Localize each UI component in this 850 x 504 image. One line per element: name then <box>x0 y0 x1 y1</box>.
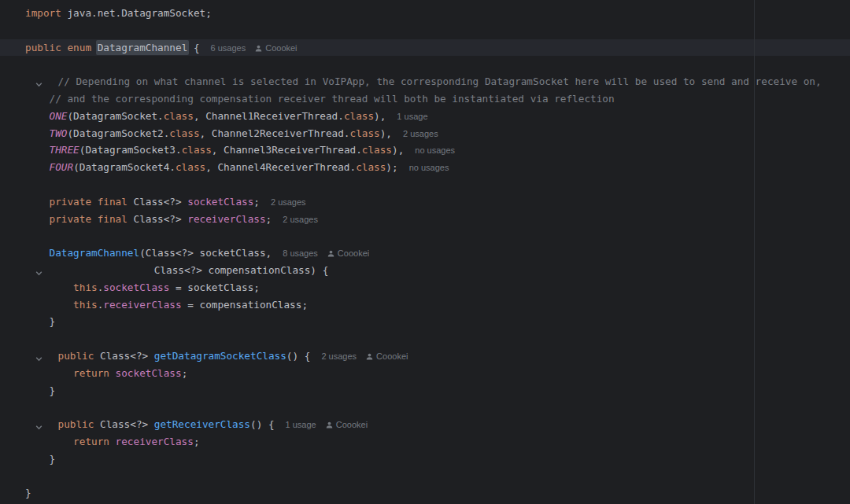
author-icon <box>255 43 265 53</box>
code-token: } <box>25 384 55 396</box>
author-icon <box>327 248 338 258</box>
code-line[interactable]: import java.net.DatagramSocket; <box>0 5 850 22</box>
code-token: , Channel2ReceiverThread. <box>200 127 350 139</box>
usages-inlay-hint[interactable]: 1 usage <box>286 420 316 429</box>
code-token <box>25 144 50 156</box>
code-line[interactable]: FOUR(DatagramSocket4.class, Channel4Rece… <box>0 159 850 176</box>
usages-inlay-hint[interactable]: no usages <box>415 145 455 155</box>
code-line[interactable] <box>0 22 850 39</box>
code-token: getDatagramSocketClass <box>154 350 286 362</box>
code-token: ; <box>266 213 272 225</box>
code-token <box>25 367 73 379</box>
code-token: // and the corresponding compensation re… <box>25 93 615 105</box>
code-line[interactable]: public enum DatagramChannel {6 usagesCoo… <box>0 39 850 57</box>
code-token: class <box>164 110 194 122</box>
code-line[interactable] <box>0 330 850 348</box>
code-line[interactable]: } <box>0 451 850 468</box>
code-line[interactable] <box>0 468 850 485</box>
author-icon <box>326 420 336 429</box>
code-token: ; <box>194 436 200 447</box>
author-inlay-hint[interactable]: Coookei <box>326 420 368 429</box>
code-line[interactable]: this.receiverClass = compensationClass; <box>0 296 850 314</box>
usages-inlay-hint[interactable]: 8 usages <box>283 248 318 258</box>
code-line[interactable]: public Class<?> getReceiverClass() {1 us… <box>0 416 850 433</box>
code-token: socketClass <box>116 367 182 379</box>
code-token: (DatagramSocket3. <box>79 144 182 156</box>
code-token: private <box>50 213 91 225</box>
code-token: (DatagramSocket4. <box>73 161 176 173</box>
usages-inlay-hint[interactable]: 2 usages <box>283 215 318 224</box>
code-token <box>34 418 58 430</box>
code-token: ), <box>380 127 392 139</box>
code-token <box>25 127 50 139</box>
code-token: class <box>344 110 374 122</box>
code-token: ); <box>386 161 397 173</box>
code-line[interactable]: ONE(DatagramSocket.class, Channel1Receiv… <box>0 108 850 125</box>
code-line[interactable]: return receiverClass; <box>0 433 850 451</box>
code-token: { <box>187 42 199 53</box>
code-lines: import java.net.DatagramSocket;public en… <box>0 0 850 502</box>
code-token: } <box>25 453 55 465</box>
code-token: ; <box>253 196 260 208</box>
code-token: class <box>362 144 392 156</box>
code-token: Class<?> <box>94 418 153 430</box>
code-token <box>91 213 98 225</box>
code-token: public <box>58 350 94 362</box>
code-token <box>25 161 50 173</box>
code-line[interactable]: THREE(DatagramSocket3.class, Channel3Rec… <box>0 142 850 159</box>
code-line[interactable] <box>0 176 850 193</box>
usages-inlay-hint[interactable]: 2 usages <box>321 351 357 361</box>
code-line[interactable]: private final Class<?> receiverClass;2 u… <box>0 211 850 228</box>
code-line[interactable]: return socketClass; <box>0 365 850 382</box>
code-token: TWO <box>50 127 68 139</box>
author-inlay-hint[interactable]: Coookei <box>327 248 369 258</box>
code-token <box>25 196 50 208</box>
code-token: Class<?> <box>128 213 187 225</box>
code-token <box>25 247 50 259</box>
code-token <box>109 367 116 379</box>
code-line[interactable]: private final Class<?> socketClass;2 usa… <box>0 193 850 211</box>
code-token: } <box>25 487 31 498</box>
code-line[interactable]: } <box>0 382 850 399</box>
code-line[interactable]: // Depending on what channel is selected… <box>0 73 850 90</box>
code-token: , Channel3ReceiverThread. <box>212 144 362 156</box>
code-line[interactable]: DatagramChannel(Class<?> socketClass,8 u… <box>0 245 850 262</box>
code-line[interactable]: public Class<?> getDatagramSocketClass()… <box>0 348 850 365</box>
code-line[interactable]: this.socketClass = socketClass; <box>0 279 850 296</box>
code-line[interactable]: TWO(DatagramSocket2.class, Channel2Recei… <box>0 125 850 142</box>
usages-inlay-hint[interactable]: 1 usage <box>397 112 427 121</box>
code-token: (Class<?> socketClass, <box>139 247 272 259</box>
code-token: ONE <box>50 110 68 122</box>
code-token: import <box>25 7 61 19</box>
usages-inlay-hint[interactable]: 2 usages <box>403 129 438 138</box>
code-line[interactable]: } <box>0 313 850 330</box>
code-token: this <box>73 281 98 293</box>
code-line[interactable]: } <box>0 484 850 502</box>
author-inlay-hint[interactable]: Coookei <box>366 351 408 361</box>
author-inlay-hint[interactable]: Coookei <box>255 43 297 53</box>
code-token: class <box>356 161 386 173</box>
code-line[interactable] <box>0 56 850 73</box>
usages-inlay-hint[interactable]: 6 usages <box>211 43 246 53</box>
usages-inlay-hint[interactable]: no usages <box>409 163 449 172</box>
code-token: java.net.DatagramSocket; <box>61 7 212 19</box>
code-line[interactable] <box>0 399 850 416</box>
code-token: (DatagramSocket2. <box>67 127 169 139</box>
code-token: public <box>58 418 94 430</box>
code-token: , Channel4ReceiverThread. <box>205 161 356 173</box>
code-token: class <box>176 161 205 173</box>
code-token <box>91 196 98 208</box>
code-token: this <box>73 299 98 311</box>
code-editor[interactable]: import java.net.DatagramSocket;public en… <box>0 0 850 504</box>
code-token: return <box>73 367 109 379</box>
code-line[interactable]: Class<?> compensationClass) { <box>0 262 850 279</box>
code-token: () { <box>250 418 275 430</box>
code-token: receiverClass <box>116 436 194 447</box>
code-line[interactable] <box>0 227 850 245</box>
code-token: ; <box>182 367 188 379</box>
code-line[interactable]: // and the corresponding compensation re… <box>0 90 850 108</box>
code-token: socketClass <box>187 196 253 208</box>
usages-inlay-hint[interactable]: 2 usages <box>271 197 306 207</box>
code-token: return <box>73 436 109 447</box>
code-token: class <box>182 144 212 156</box>
